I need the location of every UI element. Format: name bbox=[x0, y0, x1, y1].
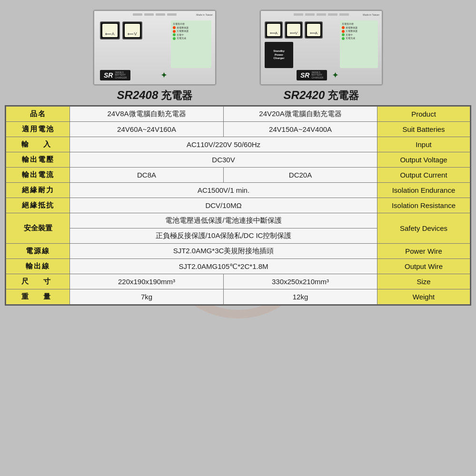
label-isolation-endurance: 絕緣耐力 bbox=[6, 183, 70, 198]
value-sr2408-weight: 7kg bbox=[70, 289, 224, 305]
en-weight: Weight bbox=[377, 289, 470, 305]
value-output-voltage: DC30V bbox=[70, 152, 377, 168]
table-row: 輸 入 AC110V/220V 50/60Hz Input bbox=[6, 137, 470, 152]
en-input: Input bbox=[377, 137, 470, 152]
value-sr2408-size: 220x190x190mm³ bbox=[70, 274, 224, 289]
product-title-sr2420: SR2420 充電器 bbox=[284, 89, 359, 103]
table-row: 輸出線 SJT2.0AMG105℃*2C*1.8M Output Wire bbox=[6, 259, 470, 274]
en-isolation-resistance: Isolation Resistance bbox=[377, 198, 470, 213]
product-image-sr2420: ⟵A ⟵V ⟵A Made in Taiwan StandbyPowerChar… bbox=[259, 10, 383, 86]
label-safety-devices: 安全裝置 bbox=[6, 213, 70, 244]
value-sr2420-current: DC20A bbox=[224, 168, 377, 183]
table-row: 絕緣抵抗 DCV/10MΩ Isolation Resistance bbox=[6, 198, 470, 213]
label-isolation-resistance: 絕緣抵抗 bbox=[6, 198, 70, 213]
value-power-wire: SJT2.0AMG*3C美規附接地插頭 bbox=[70, 244, 377, 259]
value-safety-line2: 正負極反接保護/10A保險私/DC IC控制保護 bbox=[70, 228, 377, 244]
product-title-sr2408: SR2408 充電器 bbox=[117, 89, 193, 103]
value-sr2408-product: 24V8A微電腦自動充電器 bbox=[70, 107, 224, 122]
table-row: 絕緣耐力 AC1500V/1 min. Isolation Endurance bbox=[6, 183, 470, 198]
label-input: 輸 入 bbox=[6, 137, 70, 152]
value-sr2420-suit: 24V150A~24V400A bbox=[224, 122, 377, 137]
value-safety-line1: 電池電壓過低保護/電池連接中斷保護 bbox=[70, 213, 377, 228]
label-output-current: 輸出電流 bbox=[6, 168, 70, 183]
product-block-sr2408: ⟵A ⟵V Made in Taiwan 充電指示燈 過電壓保護 欠電壓保護 bbox=[79, 10, 231, 103]
value-input: AC110V/220V 50/60Hz bbox=[70, 137, 377, 152]
table-row: 尺 寸 220x190x190mm³ 330x250x210mm³ Size bbox=[6, 274, 470, 289]
product-image-sr2408: ⟵A ⟵V Made in Taiwan 充電指示燈 過電壓保護 欠電壓保護 bbox=[93, 10, 217, 86]
table-row: 輸出電流 DC8A DC20A Output Current bbox=[6, 168, 470, 183]
table-row: 適用電池 24V60A~24V160A 24V150A~24V400A Suit… bbox=[6, 122, 470, 137]
spec-table: 品名 24V8A微電腦自動充電器 24V20A微電腦自動充電器 Product … bbox=[6, 106, 470, 305]
label-size: 尺 寸 bbox=[6, 274, 70, 289]
product-block-sr2420: ⟵A ⟵V ⟵A Made in Taiwan StandbyPowerChar… bbox=[245, 10, 397, 103]
table-row: 電源線 SJT2.0AMG*3C美規附接地插頭 Power Wire bbox=[6, 244, 470, 259]
value-sr2408-current: DC8A bbox=[70, 168, 224, 183]
label-power-wire: 電源線 bbox=[6, 244, 70, 259]
en-output-voltage: Output Voltage bbox=[377, 152, 470, 168]
en-isolation-endurance: Isolation Endurance bbox=[377, 183, 470, 198]
label-weight: 重 量 bbox=[6, 289, 70, 305]
spec-table-wrapper: 品名 24V8A微電腦自動充電器 24V20A微電腦自動充電器 Product … bbox=[5, 105, 471, 306]
value-isolation-resistance: DCV/10MΩ bbox=[70, 198, 377, 213]
en-safety-devices: Safety Devices bbox=[377, 213, 470, 244]
label-product: 品名 bbox=[6, 107, 70, 122]
table-row: 重 量 7kg 12kg Weight bbox=[6, 289, 470, 305]
label-suit-batteries: 適用電池 bbox=[6, 122, 70, 137]
en-suit-batteries: Suit Batteries bbox=[377, 122, 470, 137]
en-size: Size bbox=[377, 274, 470, 289]
label-output-wire: 輸出線 bbox=[6, 259, 70, 274]
value-sr2420-weight: 12kg bbox=[224, 289, 377, 305]
label-output-voltage: 輸出電壓 bbox=[6, 152, 70, 168]
page-wrapper: T RTON ⟵A bbox=[0, 0, 476, 476]
en-power-wire: Power Wire bbox=[377, 244, 470, 259]
value-output-wire: SJT2.0AMG105℃*2C*1.8M bbox=[70, 259, 377, 274]
value-sr2420-size: 330x250x210mm³ bbox=[224, 274, 377, 289]
table-row: 安全裝置 電池電壓過低保護/電池連接中斷保護 Safety Devices bbox=[6, 213, 470, 228]
table-row: 品名 24V8A微電腦自動充電器 24V20A微電腦自動充電器 Product bbox=[6, 107, 470, 122]
table-row: 輸出電壓 DC30V Output Voltage bbox=[6, 152, 470, 168]
value-sr2408-suit: 24V60A~24V160A bbox=[70, 122, 224, 137]
en-product: Product bbox=[377, 107, 470, 122]
products-row: ⟵A ⟵V Made in Taiwan 充電指示燈 過電壓保護 欠電壓保護 bbox=[7, 5, 469, 103]
en-output-wire: Output Wire bbox=[377, 259, 470, 274]
value-isolation-endurance: AC1500V/1 min. bbox=[70, 183, 377, 198]
en-output-current: Output Current bbox=[377, 168, 470, 183]
value-sr2420-product: 24V20A微電腦自動充電器 bbox=[224, 107, 377, 122]
